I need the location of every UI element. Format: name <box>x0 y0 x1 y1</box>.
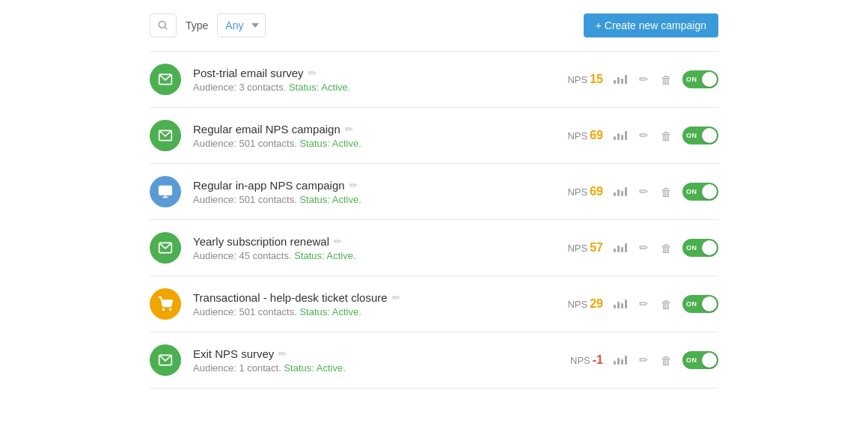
edit-button[interactable]: ✏ <box>638 127 650 144</box>
campaign-name-text: Yearly subscription renewal <box>193 235 329 248</box>
toggle-on-label: ON <box>686 244 697 252</box>
nps-label: NPS <box>567 186 587 198</box>
campaign-name-text: Regular in-app NPS campaign <box>193 179 345 192</box>
toggle-track: ON <box>682 127 718 144</box>
chart-button[interactable] <box>612 184 629 200</box>
campaign-audience: Audience: 501 contacts. <box>193 194 297 205</box>
nps-group: NPS 57 <box>551 241 603 255</box>
campaign-name-edit-icon[interactable]: ✏ <box>392 292 400 303</box>
campaign-info: Yearly subscription renewal ✏ Audience: … <box>193 235 539 261</box>
svg-point-9 <box>170 309 171 311</box>
toggle-track: ON <box>682 70 718 88</box>
toggle-on-label: ON <box>686 132 697 139</box>
campaign-info: Transactional - help-desk ticket closure… <box>193 291 539 317</box>
trash-icon: 🗑 <box>661 186 672 198</box>
toggle-thumb <box>702 72 717 87</box>
toggle-thumb <box>702 240 717 255</box>
campaign-name-text: Transactional - help-desk ticket closure <box>193 291 388 304</box>
edit-icon: ✏ <box>639 297 649 311</box>
campaign-toggle[interactable]: ON <box>682 127 718 144</box>
campaign-name-edit-icon[interactable]: ✏ <box>278 348 287 359</box>
campaign-actions: NPS 29 ✏ 🗑 <box>551 295 718 313</box>
campaign-meta: Audience: 45 contacts. Status: Active. <box>193 250 539 261</box>
campaign-meta: Audience: 3 contacts. Status: Active. <box>193 82 539 93</box>
campaign-row: Regular in-app NPS campaign ✏ Audience: … <box>150 164 718 220</box>
campaign-icon <box>150 120 181 151</box>
campaign-row: Transactional - help-desk ticket closure… <box>150 276 718 332</box>
toggle-thumb <box>702 184 717 199</box>
chart-button[interactable] <box>612 353 629 368</box>
search-box[interactable] <box>150 13 177 37</box>
edit-button[interactable]: ✏ <box>638 296 650 312</box>
toggle-thumb <box>702 128 717 143</box>
nps-group: NPS 69 <box>551 129 603 142</box>
edit-icon: ✏ <box>639 241 649 255</box>
campaign-meta: Audience: 1 contact. Status: Active. <box>193 362 539 374</box>
campaign-toggle[interactable]: ON <box>682 183 718 201</box>
campaign-name-edit-icon[interactable]: ✏ <box>349 180 358 191</box>
campaign-meta: Audience: 501 contacts. Status: Active. <box>193 138 539 149</box>
campaign-row: Post-trial email survey ✏ Audience: 3 co… <box>150 51 718 108</box>
campaign-name-edit-icon[interactable]: ✏ <box>345 124 353 135</box>
campaign-icon <box>150 288 181 320</box>
campaign-name: Post-trial email survey ✏ <box>193 67 539 79</box>
campaign-status: Status: Active. <box>299 194 361 205</box>
campaign-icon <box>150 344 181 376</box>
campaign-name-text: Post-trial email survey <box>193 67 304 79</box>
campaign-name: Yearly subscription renewal ✏ <box>193 235 539 248</box>
delete-button[interactable]: 🗑 <box>659 353 673 368</box>
toggle-on-label: ON <box>686 300 697 308</box>
type-select[interactable]: Any <box>217 13 266 37</box>
svg-rect-4 <box>159 186 172 195</box>
campaign-info: Post-trial email survey ✏ Audience: 3 co… <box>193 67 539 93</box>
delete-button[interactable]: 🗑 <box>659 240 673 256</box>
campaign-row: Yearly subscription renewal ✏ Audience: … <box>150 220 718 276</box>
campaign-list: Post-trial email survey ✏ Audience: 3 co… <box>0 51 868 389</box>
campaign-status: Status: Active. <box>294 250 355 261</box>
chart-button[interactable] <box>612 72 629 88</box>
campaign-name: Exit NPS survey ✏ <box>193 347 539 360</box>
trash-icon: 🗑 <box>661 354 672 367</box>
chart-button[interactable] <box>612 240 629 256</box>
edit-button[interactable]: ✏ <box>638 71 650 88</box>
nps-label: NPS <box>567 74 587 85</box>
edit-icon: ✏ <box>639 73 649 86</box>
campaign-status: Status: Active. <box>289 82 350 93</box>
campaign-name: Regular in-app NPS campaign ✏ <box>193 179 539 192</box>
nps-group: NPS 15 <box>551 73 603 86</box>
campaign-icon <box>150 176 181 207</box>
search-icon <box>158 20 168 31</box>
delete-button[interactable]: 🗑 <box>659 128 673 144</box>
campaign-row: Regular email NPS campaign ✏ Audience: 5… <box>150 108 718 164</box>
campaign-toggle[interactable]: ON <box>682 70 718 88</box>
chart-icon <box>614 130 627 142</box>
chart-button[interactable] <box>612 296 629 312</box>
toggle-track: ON <box>682 183 718 201</box>
campaign-toggle[interactable]: ON <box>682 351 718 369</box>
nps-value: 69 <box>590 129 603 142</box>
nps-value: 15 <box>590 73 603 86</box>
edit-button[interactable]: ✏ <box>638 352 650 368</box>
toggle-on-label: ON <box>686 76 697 83</box>
delete-button[interactable]: 🗑 <box>659 72 673 88</box>
campaign-meta: Audience: 501 contacts. Status: Active. <box>193 194 539 205</box>
delete-button[interactable]: 🗑 <box>659 184 673 200</box>
toolbar: Type Any + Create new campaign <box>0 0 868 51</box>
campaign-name: Transactional - help-desk ticket closure… <box>193 291 539 304</box>
svg-line-1 <box>165 27 167 29</box>
delete-button[interactable]: 🗑 <box>659 296 673 312</box>
campaign-name-edit-icon[interactable]: ✏ <box>334 236 342 247</box>
toggle-thumb <box>702 296 717 311</box>
campaign-audience: Audience: 1 contact. <box>193 362 281 374</box>
chart-button[interactable] <box>612 128 629 144</box>
create-campaign-button[interactable]: + Create new campaign <box>584 13 718 37</box>
edit-button[interactable]: ✏ <box>638 183 650 200</box>
campaign-info: Regular email NPS campaign ✏ Audience: 5… <box>193 123 539 149</box>
campaign-name-edit-icon[interactable]: ✏ <box>308 67 317 79</box>
campaign-toggle[interactable]: ON <box>682 295 718 313</box>
nps-value: 29 <box>590 297 603 311</box>
campaign-toggle[interactable]: ON <box>682 239 718 257</box>
toggle-on-label: ON <box>686 188 697 195</box>
campaign-row: Exit NPS survey ✏ Audience: 1 contact. S… <box>150 332 718 389</box>
edit-button[interactable]: ✏ <box>638 240 650 256</box>
